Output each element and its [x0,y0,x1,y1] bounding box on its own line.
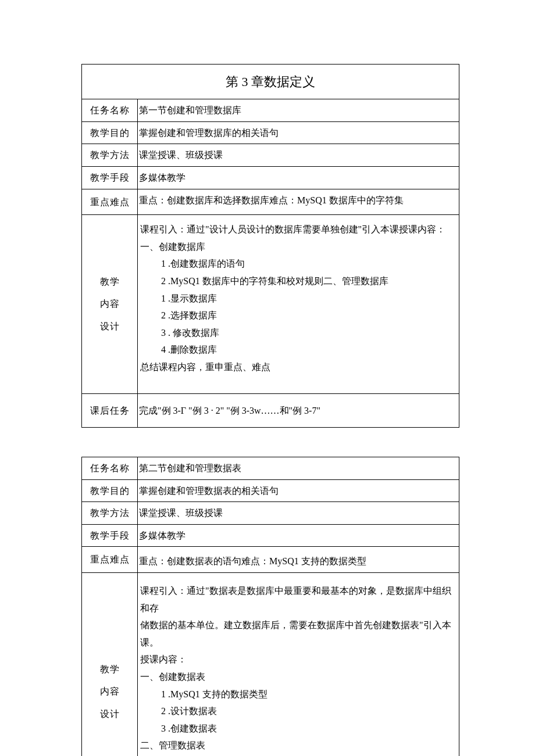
table-row: 教学方法 课堂授课、班级授课 [82,144,459,167]
table-row: 课后任务 完成"例 3-Γ "例 3 · 2" "例 3-3w……和"例 3-7… [82,393,459,428]
row-label: 教学目的 [82,121,138,144]
table-row: 教学 内容 设计 课程引入：通过"数据表是数据库中最重要和最基本的对象，是数据库… [82,573,459,756]
table-row: 教学目的 掌握创建和管理数据表的相关语句 [82,479,459,502]
row-value: 多媒体教学 [138,166,459,189]
list-item: 2 .设计数据表 [140,703,456,720]
row-value: 重点：创建数据表的语句难点：MySQ1 支持的数据类型 [138,547,459,573]
row-label: 重点难点 [82,189,138,215]
list-item: 3 .创建数据表 [140,720,456,737]
row-label: 教学方法 [82,144,138,167]
content-design-label: 教学 内容 设计 [82,573,138,756]
row-value: 完成"例 3-Γ "例 3 · 2" "例 3-3w……和"例 3-7" [138,393,459,428]
list-item: 4 .删除数据库 [140,341,456,359]
list-item: 2 .选择数据库 [140,307,456,324]
row-label: 教学手段 [82,166,138,189]
list-item: 1 .MySQ1 支持的数据类型 [140,686,456,703]
table-row: 教学方法 课堂授课、班级授课 [82,502,459,525]
row-label: 教学目的 [82,479,138,502]
list-item: 3 . 修改数据库 [140,324,456,342]
row-label: 教学方法 [82,502,138,525]
content-design-body: 课程引入：通过"数据表是数据库中最重要和最基本的对象，是数据库中组织和存 储数据… [138,573,459,756]
label-line: 内容 [82,680,137,703]
table-row: 教学手段 多媒体教学 [82,524,459,547]
label-line: 教学 [82,658,137,680]
paragraph: 一、创建数据表 [140,668,456,686]
list-item: 2 .MySQ1 数据库中的字符集和校对规则二、管理数据库 [140,273,456,290]
paragraph: 一、创建数据库 [140,238,456,256]
paragraph: 授课内容： [140,651,456,668]
table-row: 教学目的 掌握创建和管理数据库的相关语句 [82,121,459,144]
row-value: 重点：创建数据库和选择数据库难点：MySQ1 数据库中的字符集 [138,189,459,215]
row-label: 任务名称 [82,99,138,122]
row-value: 掌握创建和管理数据表的相关语句 [138,479,459,502]
label-line: 教学 [82,271,137,293]
content-design-label: 教学 内容 设计 [82,215,138,393]
paragraph: 课程引入：通过"设计人员设计的数据库需要单独创建"引入本课授课内容： [140,221,456,238]
list-item: 1 .创建数据库的语句 [140,255,456,273]
paragraph: 总结课程内容，重申重点、难点 [140,359,456,376]
table-row: 任务名称 第一节创建和管理数据库 [82,99,459,122]
list-item: 1 .显示数据库 [140,290,456,307]
label-line: 设计 [82,703,137,725]
row-value: 多媒体教学 [138,524,459,547]
table-row: 教学手段 多媒体教学 [82,166,459,189]
row-value: 掌握创建和管理数据库的相关语句 [138,121,459,144]
paragraph: 储数据的基本单位。建立数据库后，需要在数据库中首先创建数据表"引入本课。 [140,617,456,651]
table-row: 教学 内容 设计 课程引入：通过"设计人员设计的数据库需要单独创建"引入本课授课… [82,215,459,393]
row-value: 第一节创建和管理数据库 [138,99,459,122]
lesson-plan-table-1: 第 3 章数据定义 任务名称 第一节创建和管理数据库 教学目的 掌握创建和管理数… [81,64,459,428]
chapter-title: 第 3 章数据定义 [82,65,459,99]
row-label: 任务名称 [82,457,138,480]
row-label: 课后任务 [82,393,138,428]
lesson-plan-table-2: 任务名称 第二节创建和管理数据表 教学目的 掌握创建和管理数据表的相关语句 教学… [81,457,459,756]
table-row: 任务名称 第二节创建和管理数据表 [82,457,459,480]
keypoint-text: 重点：创建数据表的语句难点：MySQ1 支持的数据类型 [139,554,456,569]
row-label: 教学手段 [82,524,138,547]
row-value: 课堂授课、班级授课 [138,502,459,525]
table-row: 重点难点 重点：创建数据库和选择数据库难点：MySQ1 数据库中的字符集 [82,189,459,215]
label-line: 设计 [82,316,137,338]
paragraph: 课程引入：通过"数据表是数据库中最重要和最基本的对象，是数据库中组织和存 [140,582,456,617]
row-value: 第二节创建和管理数据表 [138,457,459,480]
keypoint-text: 重点：创建数据库和选择数据库难点：MySQ1 数据库中的字符集 [139,193,456,208]
row-value: 课堂授课、班级授课 [138,144,459,167]
row-label: 重点难点 [82,547,138,573]
content-design-body: 课程引入：通过"设计人员设计的数据库需要单独创建"引入本课授课内容： 一、创建数… [138,215,459,393]
paragraph: 二、管理数据表 [140,737,456,754]
table-row: 重点难点 重点：创建数据表的语句难点：MySQ1 支持的数据类型 [82,547,459,573]
label-line: 内容 [82,293,137,315]
